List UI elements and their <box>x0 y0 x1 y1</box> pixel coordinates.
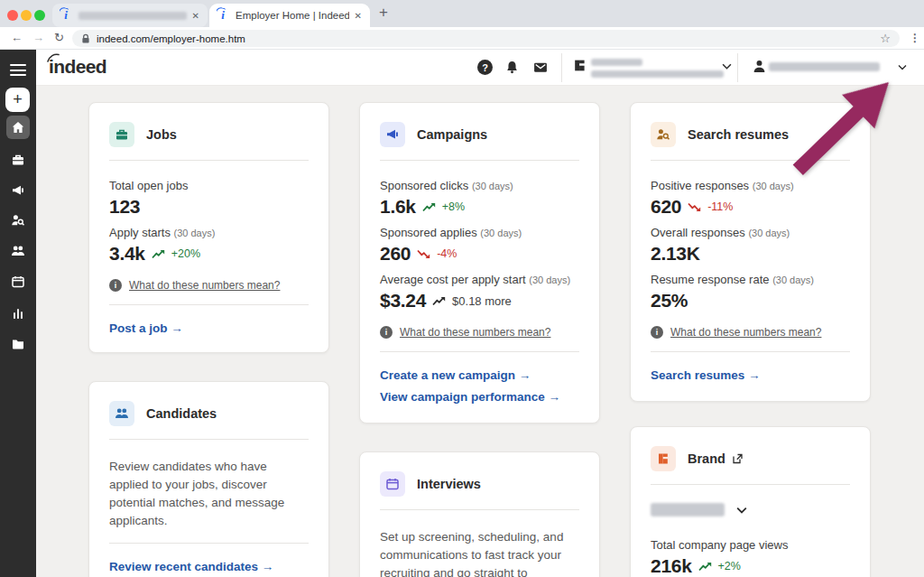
blurred-company-name <box>651 503 725 517</box>
metric-label: Total open jobs <box>109 179 309 193</box>
info-icon: i <box>651 326 663 339</box>
chevron-down-icon[interactable] <box>722 63 732 70</box>
chevron-down-icon[interactable] <box>898 64 907 70</box>
forward-icon[interactable]: → <box>32 31 44 44</box>
sidebar-item-jobs[interactable] <box>6 148 30 172</box>
info-link[interactable]: i What do these numbers mean? <box>89 279 328 292</box>
interviews-card: Interviews Set up screening, scheduling,… <box>359 451 600 577</box>
bookmark-star-icon[interactable]: ☆ <box>880 33 891 44</box>
help-icon[interactable]: ? <box>477 60 493 75</box>
candidates-people-icon <box>109 401 134 426</box>
browser-tab-background[interactable]: i ✕ <box>52 4 208 27</box>
blurred-company-email <box>591 70 724 78</box>
bar-chart-icon <box>11 306 25 321</box>
tab-close-icon[interactable]: ✕ <box>192 11 199 21</box>
card-title: Candidates <box>146 406 217 421</box>
company-building-icon <box>572 58 587 73</box>
metric-label: Sponsored clicks (30 days) <box>380 179 579 193</box>
calendar-icon <box>11 275 25 289</box>
briefcase-icon <box>11 153 25 167</box>
browser-tab-strip: i ✕ i Employer Home | Indeed ✕ + <box>0 0 924 27</box>
trend-value: -11% <box>707 200 733 213</box>
sidebar-item-interviews[interactable] <box>6 270 30 293</box>
trend-up-icon <box>432 296 446 306</box>
trend-value: +8% <box>442 200 465 213</box>
trend-down-icon <box>417 249 430 259</box>
sidebar-item-files[interactable] <box>6 332 30 356</box>
blurred-company-name <box>591 59 642 66</box>
sidebar-item-create[interactable]: + <box>5 88 30 112</box>
brand-company-selector[interactable] <box>631 503 870 517</box>
metric-overall-responses: Overall responses (30 days) 2.13K <box>631 226 870 265</box>
trend-value: +2% <box>718 560 741 572</box>
sidebar-item-candidates[interactable] <box>6 239 30 263</box>
metric-page-views: Total company page views 216k +2% <box>631 538 870 577</box>
trend-down-icon <box>688 202 701 212</box>
account-selector[interactable] <box>752 55 914 80</box>
create-campaign-link[interactable]: Create a new campaign → <box>380 368 579 383</box>
home-icon <box>11 120 25 135</box>
window-zoom-button[interactable] <box>34 10 45 21</box>
url-field[interactable]: indeed.com/employer-home.htm ☆ <box>72 30 900 47</box>
sidebar-item-campaigns[interactable] <box>6 179 30 202</box>
back-icon[interactable]: ← <box>11 31 23 44</box>
tab-close-icon[interactable]: ✕ <box>355 11 362 21</box>
trend-value: $0.18 more <box>452 294 512 308</box>
window-close-button[interactable] <box>7 10 18 21</box>
card-title: Interviews <box>417 477 481 491</box>
metric-value: 2.13K <box>651 243 700 265</box>
chevron-down-icon <box>736 507 747 514</box>
metric-sponsored-applies: Sponsored applies (30 days) 260 -4% <box>360 226 599 265</box>
metric-value: 620 <box>651 196 681 218</box>
indeed-logo: indeed <box>49 56 106 78</box>
card-description: Set up screening, scheduling, and commun… <box>360 528 599 577</box>
metric-label: Sponsored applies (30 days) <box>380 226 579 240</box>
refresh-icon[interactable]: ↻ <box>54 31 64 44</box>
indeed-favicon: i <box>60 8 71 23</box>
window-minimize-button[interactable] <box>21 10 32 21</box>
metric-average-cost: Average cost per apply start (30 days) $… <box>360 273 599 312</box>
person-search-icon <box>11 213 25 228</box>
post-a-job-link[interactable]: Post a job → <box>109 321 309 336</box>
interviews-calendar-icon <box>380 471 405 497</box>
view-campaign-performance-link[interactable]: View campaign performance → <box>380 389 579 405</box>
metric-sponsored-clicks: Sponsored clicks (30 days) 1.6k +8% <box>360 179 599 218</box>
metric-value: 25% <box>651 290 688 312</box>
new-tab-button[interactable]: + <box>379 4 388 22</box>
info-icon: i <box>109 279 122 292</box>
search-resumes-link[interactable]: Search resumes → <box>651 368 850 383</box>
metric-label: Total company page views <box>651 538 850 553</box>
card-title: Search resumes <box>688 127 789 142</box>
sidebar-item-analytics[interactable] <box>6 302 30 325</box>
browser-menu-icon[interactable]: ⋮ <box>910 32 919 44</box>
metric-value: 260 <box>380 243 411 265</box>
trend-up-icon <box>698 562 712 572</box>
metric-value: 123 <box>109 196 140 218</box>
metric-resume-response-rate: Resume response rate (30 days) 25% <box>631 273 870 312</box>
sidebar-item-search-resumes[interactable] <box>6 209 30 232</box>
card-description: Review candidates who have applied to yo… <box>89 458 328 530</box>
sidebar-item-home[interactable] <box>6 116 30 139</box>
campaigns-megaphone-icon <box>380 122 405 147</box>
brand-building-icon <box>651 446 676 471</box>
menu-hamburger-icon[interactable] <box>10 64 26 79</box>
trend-value: +20% <box>171 247 200 260</box>
metric-value: 3.4k <box>109 243 145 265</box>
messages-mail-icon[interactable] <box>532 60 549 75</box>
brand-card: Brand Total company page views 216k +2% <box>630 426 871 577</box>
browser-tab-active[interactable]: i Employer Home | Indeed ✕ <box>209 4 370 27</box>
dashboard-content: Jobs Total open jobs 123 Apply starts (3… <box>36 86 924 577</box>
metric-label: Overall responses (30 days) <box>651 226 850 240</box>
metric-label: Average cost per apply start (30 days) <box>380 273 579 287</box>
megaphone-icon <box>11 183 25 198</box>
blurred-tab-title <box>79 12 187 20</box>
company-selector[interactable] <box>570 55 729 80</box>
info-link[interactable]: i What do these numbers mean? <box>360 326 599 339</box>
user-avatar-icon <box>752 59 767 74</box>
notifications-bell-icon[interactable] <box>504 60 520 75</box>
candidates-card: Candidates Review candidates who have ap… <box>88 381 329 577</box>
tab-title: Employer Home | Indeed <box>236 10 349 21</box>
header-divider <box>561 53 562 82</box>
review-recent-candidates-link[interactable]: Review recent candidates → <box>109 559 309 574</box>
info-link[interactable]: i What do these numbers mean? <box>631 326 870 339</box>
